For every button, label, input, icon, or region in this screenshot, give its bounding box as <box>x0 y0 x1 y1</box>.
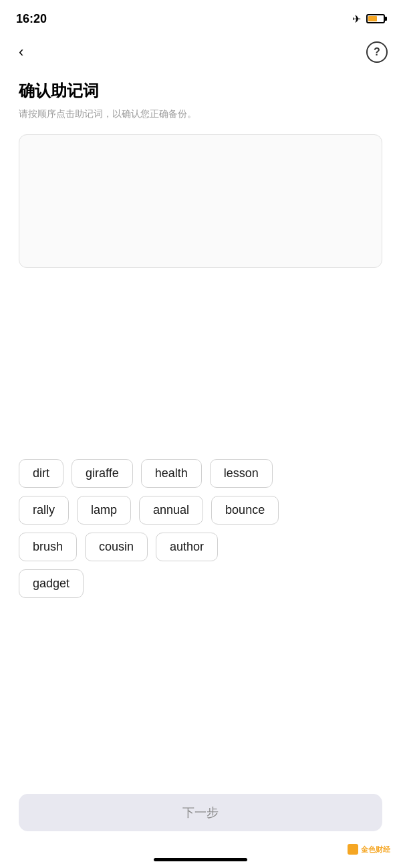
word-row-1: dirt giraffe health lesson <box>19 459 382 488</box>
word-row-4: gadget <box>19 569 382 598</box>
main-content: 确认助记词 请按顺序点击助记词，以确认您正确备份。 <box>0 69 401 459</box>
word-chip-lamp[interactable]: lamp <box>77 496 131 525</box>
page-subtitle: 请按顺序点击助记词，以确认您正确备份。 <box>19 107 382 121</box>
next-button[interactable]: 下一步 <box>19 794 382 831</box>
word-chip-rally[interactable]: rally <box>19 496 69 525</box>
word-chip-annual[interactable]: annual <box>139 496 203 525</box>
bottom-section: 下一步 <box>0 780 401 858</box>
word-row-3: brush cousin author <box>19 533 382 561</box>
watermark: 金色财经 <box>348 844 390 855</box>
word-chip-health[interactable]: health <box>141 459 202 488</box>
battery-icon <box>366 14 385 23</box>
page-title: 确认助记词 <box>19 80 382 102</box>
battery-fill <box>368 16 377 21</box>
word-chip-brush[interactable]: brush <box>19 533 77 561</box>
watermark-logo <box>348 844 358 855</box>
home-bar <box>154 858 247 861</box>
word-chip-dirt[interactable]: dirt <box>19 459 63 488</box>
word-chip-lesson[interactable]: lesson <box>210 459 273 488</box>
airplane-icon: ✈ <box>352 13 361 25</box>
status-icons: ✈ <box>352 13 385 25</box>
word-chip-giraffe[interactable]: giraffe <box>72 459 133 488</box>
word-chips-container: dirt giraffe health lesson rally lamp an… <box>0 459 401 606</box>
watermark-text: 金色财经 <box>361 845 390 855</box>
word-chip-bounce[interactable]: bounce <box>211 496 279 525</box>
word-chip-author[interactable]: author <box>156 533 218 561</box>
status-time: 16:20 <box>16 12 47 26</box>
nav-bar: ‹ ? <box>0 35 401 69</box>
word-row-2: rally lamp annual bounce <box>19 496 382 525</box>
word-chip-gadget[interactable]: gadget <box>19 569 84 598</box>
word-chip-cousin[interactable]: cousin <box>85 533 148 561</box>
status-bar: 16:20 ✈ <box>0 0 401 35</box>
home-indicator <box>0 858 401 868</box>
help-button[interactable]: ? <box>366 41 388 63</box>
back-button[interactable]: ‹ <box>13 41 29 63</box>
word-display-area <box>19 134 382 268</box>
